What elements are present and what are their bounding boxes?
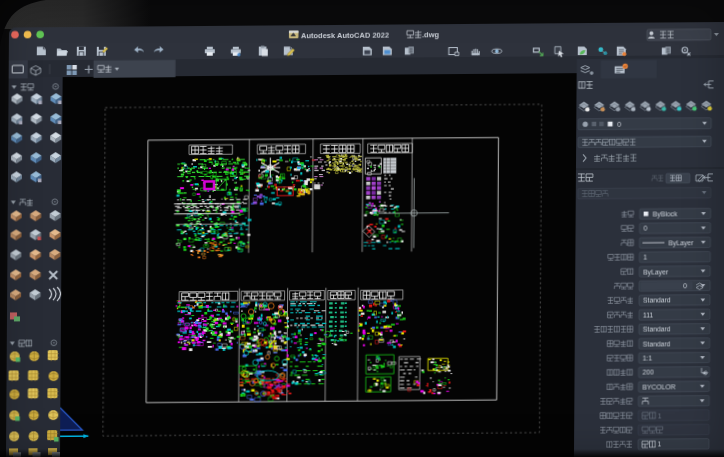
svg-text:ByLayer: ByLayer — [643, 268, 669, 276]
svg-text:1: 1 — [643, 253, 647, 260]
svg-text:1:1: 1:1 — [643, 354, 653, 361]
svg-text:0: 0 — [644, 224, 648, 231]
svg-text:Standard: Standard — [643, 340, 671, 347]
svg-text:0: 0 — [683, 282, 687, 289]
svg-text:BYCOLOR: BYCOLOR — [642, 383, 675, 390]
svg-text:0: 0 — [617, 120, 621, 127]
svg-text:...: ... — [612, 413, 617, 419]
svg-text:111: 111 — [643, 311, 654, 318]
svg-text:200: 200 — [643, 368, 655, 375]
svg-text:1: 1 — [658, 412, 662, 419]
svg-text:Standard: Standard — [643, 325, 671, 332]
svg-text:Standard: Standard — [643, 296, 671, 303]
svg-text:1: 1 — [658, 440, 662, 447]
svg-text:.dwg: .dwg — [422, 30, 440, 39]
svg-text:ByLayer: ByLayer — [668, 239, 694, 247]
svg-text:ByBlock: ByBlock — [653, 210, 678, 218]
